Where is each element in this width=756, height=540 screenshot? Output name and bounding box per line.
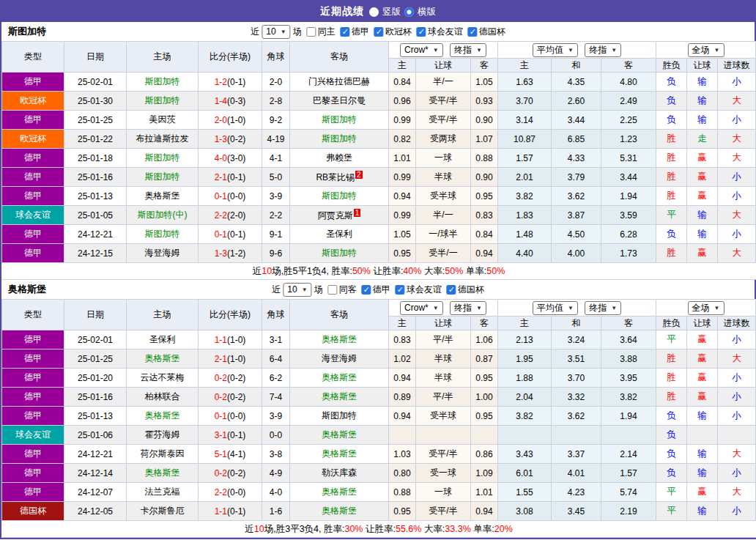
avg-select[interactable]: 平均值▼ xyxy=(533,43,578,57)
away-team-link[interactable]: 斯图加特 xyxy=(290,187,389,206)
away-team-link[interactable]: 奥格斯堡 xyxy=(290,426,389,445)
league-checkbox-bundesliga[interactable] xyxy=(341,27,350,37)
league-checkbox-friendly[interactable] xyxy=(417,27,426,37)
away-team-link[interactable]: 门兴格拉德巴赫 xyxy=(290,73,389,92)
home-team-link[interactable]: 斯图加特(中) xyxy=(127,206,199,225)
league-checkbox-bundesliga[interactable] xyxy=(362,285,371,295)
home-team-link[interactable]: 斯图加特 xyxy=(127,73,199,92)
home-team-name: 柏林联合 xyxy=(145,391,180,402)
full-time-score: 1-4 xyxy=(215,96,227,106)
away-team-link[interactable]: 斯图加特 xyxy=(290,111,389,130)
radio-vertical[interactable] xyxy=(369,7,379,17)
away-team-link[interactable]: 斯图加特 xyxy=(290,244,389,263)
radio-vertical-label[interactable]: 竖版 xyxy=(382,6,401,18)
home-team-link[interactable]: 斯图加特 xyxy=(127,149,199,168)
home-team-link[interactable]: 法兰克福 xyxy=(127,483,199,502)
away-team-link[interactable]: RB莱比锡2 xyxy=(290,168,389,187)
result-handicap: 赢 xyxy=(687,349,718,369)
away-team-link[interactable]: 奥格斯堡 xyxy=(290,502,389,521)
league-checkbox-cup[interactable] xyxy=(447,285,456,295)
handicap-home-odds: 0.99 xyxy=(389,168,416,187)
handicap-line: 受半球 xyxy=(416,187,471,206)
away-team-link[interactable]: 斯图加特 xyxy=(290,130,389,149)
away-team-link[interactable]: 阿贾克斯1 xyxy=(290,206,389,225)
away-team-link[interactable]: 斯图加特 xyxy=(290,407,389,426)
away-team-link[interactable]: 巴黎圣日尔曼 xyxy=(290,92,389,111)
away-team-link[interactable]: 奥格斯堡 xyxy=(290,388,389,407)
league-label-bundesliga[interactable]: 德甲 xyxy=(373,284,390,296)
avg-away-odds: 1.94 xyxy=(601,407,656,426)
home-team-link[interactable]: 斯图加特 xyxy=(127,92,199,111)
away-team-link[interactable]: 圣保利 xyxy=(290,225,389,244)
league-type-badge: 德甲 xyxy=(2,111,64,130)
full-time-score: 2-0 xyxy=(215,115,227,125)
same-away-label[interactable]: 同客 xyxy=(339,284,357,296)
avg-time-select[interactable]: 终指▼ xyxy=(585,301,621,315)
home-team-link[interactable]: 云达不莱梅 xyxy=(127,369,199,388)
home-team-link[interactable]: 卡尔斯鲁厄 xyxy=(127,502,199,521)
away-team-link[interactable]: 奥格斯堡 xyxy=(290,369,389,388)
home-team-link[interactable]: 斯图加特 xyxy=(127,225,199,244)
home-team-link[interactable]: 美因茨 xyxy=(127,111,199,130)
corner-count: 7-4 xyxy=(262,388,290,407)
scope-select[interactable]: 全场▼ xyxy=(688,43,724,57)
away-team-link[interactable]: 海登海姆 xyxy=(290,349,389,369)
avg-time-select[interactable]: 终指▼ xyxy=(585,43,621,57)
full-time-score: 1-1 xyxy=(215,506,227,517)
match-count-select[interactable]: 10▼ xyxy=(262,25,290,39)
result-winloss: 负 xyxy=(656,445,687,464)
league-label-ucl[interactable]: 欧冠杯 xyxy=(385,26,412,38)
league-checkbox-ucl[interactable] xyxy=(374,27,384,37)
same-away-checkbox[interactable] xyxy=(328,285,338,295)
home-team-link[interactable]: 海登海姆 xyxy=(127,244,199,263)
match-count-select[interactable]: 10▼ xyxy=(283,283,311,297)
odds-time-select[interactable]: 终指▼ xyxy=(450,301,486,315)
avg-home-odds xyxy=(498,426,552,445)
result-handicap: 走 xyxy=(687,130,718,149)
league-checkbox-cup[interactable] xyxy=(468,27,478,37)
handicap-line xyxy=(416,426,471,445)
handicap-away-odds: 1.05 xyxy=(471,73,498,92)
match-date: 25-02-01 xyxy=(64,73,127,92)
odds-source-select[interactable]: Crow*▼ xyxy=(400,301,443,315)
half-time-score: (2-0) xyxy=(227,210,245,221)
same-home-checkbox[interactable] xyxy=(307,27,316,37)
avg-select[interactable]: 平均值▼ xyxy=(533,301,578,315)
match-date: 25-01-13 xyxy=(64,187,127,206)
league-label-friendly[interactable]: 球会友谊 xyxy=(407,284,442,296)
radio-horizontal-label[interactable]: 横版 xyxy=(418,6,436,18)
away-team-link[interactable]: 奥格斯堡 xyxy=(290,483,389,502)
league-label-cup[interactable]: 德国杯 xyxy=(458,284,484,296)
scope-select[interactable]: 全场▼ xyxy=(688,301,724,315)
away-team-link[interactable]: 弗赖堡 xyxy=(290,149,389,168)
home-team-link[interactable]: 圣保利 xyxy=(127,330,199,349)
home-team-link[interactable]: 奥格斯堡 xyxy=(127,407,199,426)
home-team-link[interactable]: 奥格斯堡 xyxy=(127,349,199,369)
odds-source-select[interactable]: Crow*▼ xyxy=(400,43,443,57)
home-team-link[interactable]: 斯图加特 xyxy=(127,168,199,187)
league-label-cup[interactable]: 德国杯 xyxy=(479,26,505,38)
away-team-link[interactable]: 奥格斯堡 xyxy=(290,330,389,349)
radio-horizontal[interactable] xyxy=(404,7,414,17)
odds-time-select[interactable]: 终指▼ xyxy=(450,43,486,57)
league-checkbox-friendly[interactable] xyxy=(396,285,405,295)
league-type-badge: 德甲 xyxy=(2,244,64,263)
home-team-link[interactable]: 奥格斯堡 xyxy=(127,464,199,483)
home-team-link[interactable]: 柏林联合 xyxy=(127,388,199,407)
league-label-bundesliga[interactable]: 德甲 xyxy=(352,26,369,38)
home-team-link[interactable]: 奥格斯堡 xyxy=(127,187,199,206)
avg-home-odds: 2.13 xyxy=(498,330,552,349)
same-home-label[interactable]: 同主 xyxy=(318,26,336,38)
score-cell: 0-2(0-2) xyxy=(199,388,262,407)
handicap-home-odds: 0.94 xyxy=(389,369,416,388)
result-goals xyxy=(718,426,756,445)
away-team-link[interactable]: 勒沃库森 xyxy=(290,464,389,483)
result-handicap: 输 xyxy=(687,206,718,225)
home-team-link[interactable]: 荷尔斯泰因 xyxy=(127,445,199,464)
avg-away-odds: 4.80 xyxy=(601,73,656,92)
away-team-link[interactable]: 奥格斯堡 xyxy=(290,445,389,464)
home-team-link[interactable]: 霍芬海姆 xyxy=(127,426,199,445)
league-label-friendly[interactable]: 球会友谊 xyxy=(428,26,463,38)
home-team-link[interactable]: 布拉迪斯拉发 xyxy=(127,130,199,149)
col-header-away: 客场 xyxy=(290,300,389,330)
